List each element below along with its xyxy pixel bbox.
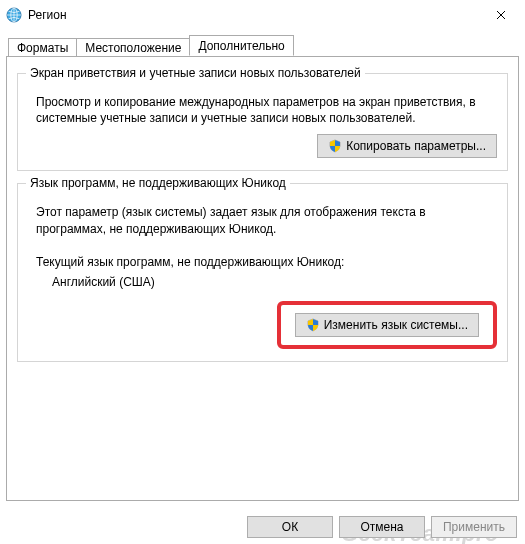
- globe-icon: [6, 7, 22, 23]
- group-welcome-legend: Экран приветствия и учетные записи новых…: [26, 66, 365, 80]
- copy-settings-button[interactable]: Копировать параметры...: [317, 134, 497, 158]
- group-non-unicode-legend: Язык программ, не поддерживающих Юникод: [26, 176, 290, 190]
- uac-shield-icon: [328, 139, 342, 153]
- annotation-highlight: Изменить язык системы...: [277, 301, 497, 349]
- client-area: Форматы Местоположение Дополнительно Экр…: [0, 30, 525, 505]
- tab-formats[interactable]: Форматы: [8, 38, 77, 57]
- tab-administrative[interactable]: Дополнительно: [189, 35, 293, 56]
- group-non-unicode-desc: Этот параметр (язык системы) задает язык…: [28, 200, 497, 244]
- region-dialog: Регион Форматы Местоположение Дополнител…: [0, 0, 525, 544]
- current-language-value: Английский (США): [28, 273, 497, 301]
- window-title: Регион: [28, 8, 478, 22]
- current-language-label: Текущий язык программ, не поддерживающих…: [28, 245, 497, 273]
- titlebar: Регион: [0, 0, 525, 30]
- tab-strip: Форматы Местоположение Дополнительно: [8, 34, 519, 56]
- ok-button[interactable]: ОК: [247, 516, 333, 538]
- group-welcome-desc: Просмотр и копирование международных пар…: [28, 90, 497, 134]
- change-system-locale-button[interactable]: Изменить язык системы...: [295, 313, 479, 337]
- copy-settings-label: Копировать параметры...: [346, 139, 486, 153]
- dialog-button-bar: ОК Отмена Применить: [247, 516, 517, 538]
- change-system-locale-label: Изменить язык системы...: [324, 318, 468, 332]
- tab-panel-administrative: Экран приветствия и учетные записи новых…: [6, 56, 519, 501]
- cancel-button[interactable]: Отмена: [339, 516, 425, 538]
- close-button[interactable]: [478, 1, 523, 29]
- uac-shield-icon: [306, 318, 320, 332]
- group-welcome-screen: Экран приветствия и учетные записи новых…: [17, 73, 508, 171]
- group-non-unicode: Язык программ, не поддерживающих Юникод …: [17, 183, 508, 361]
- apply-button[interactable]: Применить: [431, 516, 517, 538]
- close-icon: [496, 10, 506, 20]
- tab-location[interactable]: Местоположение: [76, 38, 190, 57]
